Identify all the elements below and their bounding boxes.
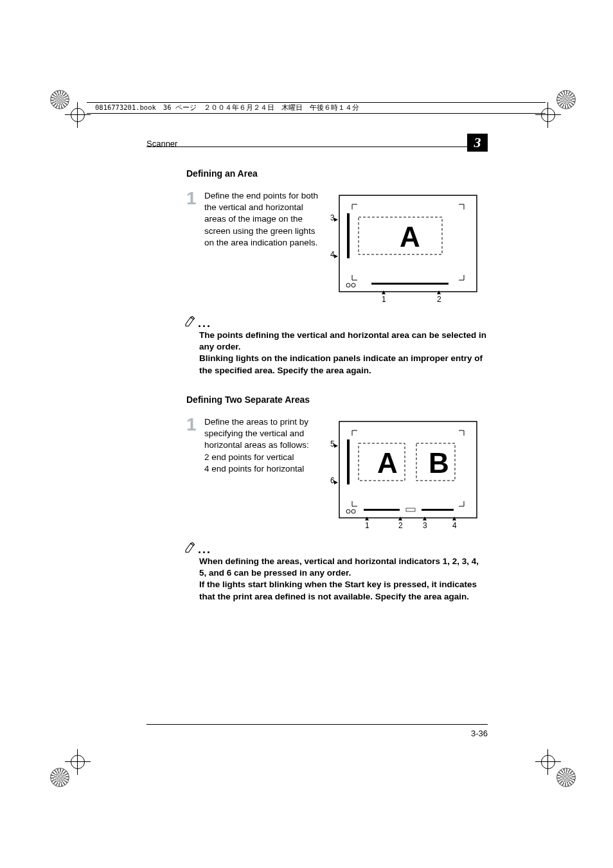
svg-point-13	[346, 509, 350, 513]
section-underline	[147, 146, 488, 147]
crop-mark-tr	[537, 90, 576, 128]
area-label-a2: A	[377, 447, 398, 479]
svg-point-4	[346, 283, 350, 287]
footer-rule	[147, 724, 488, 725]
crop-mark-bl	[50, 748, 89, 787]
area-label-a: A	[400, 221, 420, 252]
mark-1: 1	[382, 295, 386, 303]
note-text-1: The points defining the vertical and hor…	[199, 330, 488, 376]
mark-b3: 3	[423, 521, 427, 529]
mark-4: 4	[330, 250, 335, 259]
svg-rect-12	[406, 508, 415, 511]
crop-mark-tl	[50, 90, 89, 128]
note-icon	[184, 315, 195, 327]
note-dots: ...	[198, 319, 211, 327]
step-number-2: 1	[186, 416, 198, 432]
svg-rect-11	[422, 509, 454, 511]
mark-b1: 1	[365, 521, 369, 529]
header-rule-bottom	[87, 113, 546, 114]
svg-rect-2	[347, 213, 350, 258]
mark-5: 5	[330, 439, 335, 448]
figure-single-area: A 3 4 1 2	[326, 190, 488, 303]
note-text-2: When defining the areas, vertical and ho…	[199, 556, 488, 603]
chapter-number: 3	[467, 134, 488, 152]
heading-two-areas: Defining Two Separate Areas	[186, 394, 488, 405]
mark-3: 3	[330, 213, 335, 222]
mark-6: 6	[330, 476, 335, 485]
svg-rect-10	[364, 509, 400, 511]
step-text-2: Define the areas to print by specifying …	[204, 416, 320, 475]
note-dots-2: ...	[198, 545, 211, 553]
header-filename: 0816773201.book 36 ページ ２００４年６月２４日 木曜日 午後…	[95, 103, 359, 112]
mark-b4: 4	[452, 521, 457, 529]
page-number: 3-36	[471, 729, 488, 738]
heading-defining-area: Defining an Area	[186, 168, 488, 179]
area-label-b: B	[429, 447, 449, 479]
svg-rect-3	[371, 283, 449, 285]
mark-2: 2	[437, 295, 441, 303]
header-rule-top	[87, 102, 546, 103]
crop-mark-br	[537, 748, 576, 787]
svg-point-5	[351, 283, 355, 287]
svg-rect-9	[347, 439, 350, 484]
mark-b2: 2	[398, 521, 403, 529]
figure-two-areas: A B 5 6 1 2 3 4	[326, 416, 488, 529]
svg-rect-6	[339, 421, 477, 518]
note-icon-2	[184, 542, 195, 553]
step-number: 1	[186, 190, 198, 206]
svg-point-14	[351, 509, 355, 513]
step-text: Define the end points for both the verti…	[204, 190, 320, 249]
